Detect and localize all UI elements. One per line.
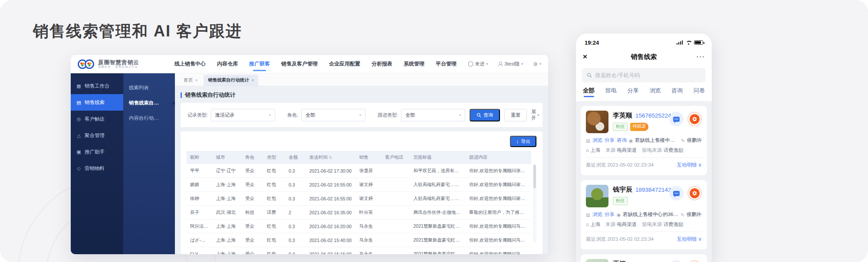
table-row[interactable]: 阿尔法女孩上海·上海受众红包0.32021-06-02 16:20:00马永生2… bbox=[187, 219, 531, 233]
lead-card-0[interactable]: 李英顺15676525224粉丝待跟进▤浏览分享咨询◉若缺线上售楼中心…✎侯鹏许… bbox=[581, 106, 707, 175]
lead-card-1[interactable]: 钱宇辰18938472143粉丝▤浏览分享◉若缺线上售楼中心的36…✎侯鹏许⌂ … bbox=[581, 180, 707, 249]
sidebar-item-4[interactable]: ▣推广助手 bbox=[71, 144, 123, 160]
nav-item-6[interactable]: 系统管理 bbox=[404, 55, 424, 73]
behavior-tag[interactable]: 浏览 bbox=[592, 137, 602, 144]
filter-select-2[interactable]: 全部▾ bbox=[401, 109, 465, 121]
settings-menu[interactable]: ⚙ ▾ bbox=[533, 62, 541, 67]
sort-icon[interactable]: ⇅ bbox=[329, 155, 332, 160]
sidebar-item-3[interactable]: △聚合管理 bbox=[71, 127, 123, 144]
mobile-tab-4[interactable]: 咨询 bbox=[671, 87, 683, 97]
table-row[interactable]: 辰子武汉·湖北粉丝话费22021-06-02 16:35:00叶分英腾讯合作伙伴… bbox=[187, 206, 531, 219]
column-header-5[interactable]: 发送时间 ⇅ bbox=[306, 151, 356, 164]
column-header-7[interactable]: 客户电话 bbox=[381, 151, 410, 164]
submenu-item-1[interactable]: 销售线索自… bbox=[124, 95, 175, 111]
mobile-tab-0[interactable]: 全部 bbox=[583, 87, 595, 97]
column-header-4[interactable]: 金额 bbox=[285, 151, 306, 164]
table-row[interactable]: 平平辽宁·辽宁受众红包0.32021-06-02 17:30:00张显苏和平双艺… bbox=[187, 164, 531, 178]
cell-r5-c3: 红包 bbox=[263, 233, 285, 247]
behavior-tag[interactable]: 分享 bbox=[605, 211, 615, 218]
nav-item-5[interactable]: 分析报表 bbox=[372, 55, 392, 73]
close-icon[interactable]: × bbox=[252, 78, 254, 82]
page-tab-1[interactable]: 销售线索自行动统计× bbox=[204, 75, 258, 86]
cell-r2-c7 bbox=[381, 192, 410, 206]
table-row[interactable]: 媚媚上海·上海受众红包0.32021-06-02 16:55:00谢文婷入驻高端… bbox=[187, 178, 531, 192]
behavior-tag[interactable]: 浏览 bbox=[592, 211, 602, 218]
query-button[interactable]: 查询 bbox=[470, 109, 500, 121]
workspace-switcher[interactable]: 未进 ▾ bbox=[468, 61, 488, 67]
nav-item-4[interactable]: 企业应用配置 bbox=[329, 55, 360, 73]
mobile-tab-5[interactable]: 问卷 bbox=[694, 87, 705, 97]
export-button[interactable]: ↓ 导出 bbox=[510, 136, 536, 147]
call-button[interactable] bbox=[687, 112, 702, 126]
nav-item-2[interactable]: 推广获客 bbox=[249, 55, 270, 73]
more-menu-icon[interactable]: ··· bbox=[687, 52, 705, 61]
search-bar[interactable] bbox=[582, 68, 706, 82]
cell-r0-c0: 平平 bbox=[187, 164, 213, 178]
table-row[interactable]: FLY上海·上海受众红包0.32021-06-02 15:15:00马永生202… bbox=[187, 247, 531, 255]
behavior-tag[interactable]: 分享 bbox=[605, 137, 615, 144]
page-tab-0[interactable]: 首页× bbox=[179, 75, 202, 86]
channel-value: 电商渠道 bbox=[617, 222, 637, 227]
filter-select-1[interactable]: 全部▾ bbox=[301, 109, 365, 121]
submenu-item-2[interactable]: 内容自行动… bbox=[124, 111, 175, 126]
nav-item-0[interactable]: 线上销售中心 bbox=[174, 55, 206, 73]
nav-item-3[interactable]: 销售及客户管理 bbox=[281, 55, 318, 73]
column-header-0[interactable]: 昵称 bbox=[187, 151, 213, 164]
expand-toggle[interactable]: 展开 ▾ bbox=[531, 108, 539, 121]
column-header-2[interactable]: 角色 bbox=[242, 151, 263, 164]
close-icon[interactable]: × bbox=[583, 52, 600, 61]
sidebar-item-2[interactable]: ◎客户触达 bbox=[71, 111, 123, 127]
table-row[interactable]: 徐静上海·上海受众红包0.32021-06-02 16:55:00谢文婷入驻高端… bbox=[187, 192, 531, 206]
table-row[interactable]: ばざ-船亮上海·上海受众红包0.32021-06-02 15:40:00马永生2… bbox=[187, 233, 531, 247]
cell-r0-c5: 2021-06-02 17:30:00 bbox=[306, 164, 356, 178]
card-actions bbox=[669, 259, 702, 262]
cell-r1-c6: 谢文婷 bbox=[356, 178, 382, 192]
chat-button[interactable] bbox=[669, 186, 684, 200]
cell-r1-c0: 媚媚 bbox=[187, 178, 213, 192]
sidebar-item-1[interactable]: ▤销售线索 bbox=[71, 94, 123, 111]
chat-button[interactable] bbox=[669, 260, 684, 262]
mobile-tab-1[interactable]: 留电 bbox=[605, 87, 617, 97]
behavior-tag[interactable]: 咨询 bbox=[617, 137, 627, 144]
search-input[interactable] bbox=[595, 72, 701, 79]
filter-tabs: 全部留电分享浏览咨询问卷 bbox=[576, 87, 712, 101]
mobile-tab-3[interactable]: 浏览 bbox=[649, 87, 661, 97]
brand-logo-block[interactable]: 原圈智慧营销云 原圈科技 · 智慧营销云平台 bbox=[78, 59, 171, 69]
card-actions bbox=[669, 111, 702, 133]
call-button[interactable] bbox=[687, 186, 702, 200]
cell-r5-c5: 2021-06-02 15:40:00 bbox=[306, 233, 356, 247]
status-bar: 19:24 bbox=[576, 33, 712, 48]
sidebar-item-0[interactable]: ▦销售工作台 bbox=[71, 78, 123, 94]
cell-r3-c7 bbox=[381, 206, 410, 219]
column-header-8[interactable]: 页面标题 bbox=[410, 151, 466, 164]
lead-phone[interactable]: 18938472143 bbox=[635, 187, 671, 193]
filter-group-1: 角色:全部▾ bbox=[287, 109, 365, 121]
call-button[interactable] bbox=[687, 260, 702, 262]
nav-item-1[interactable]: 内容仓库 bbox=[217, 55, 238, 73]
sidebar-item-5[interactable]: ◇营销物料 bbox=[71, 160, 123, 177]
table-wrapper: 昵称城市角色类型金额发送时间 ⇅销售客户电话页面标题跟进内容 平平辽宁·辽宁受众… bbox=[187, 151, 536, 254]
cell-r6-c5: 2021-06-02 15:15:00 bbox=[306, 247, 356, 255]
cell-r3-c0: 辰子 bbox=[187, 206, 213, 219]
nav-item-7[interactable]: 平台管理 bbox=[436, 55, 457, 73]
title-accent-bar bbox=[181, 92, 182, 98]
user-icon bbox=[498, 62, 503, 66]
reset-button[interactable]: 重置 bbox=[504, 109, 527, 121]
interaction-detail-link[interactable]: 互动明细∨ bbox=[677, 236, 702, 242]
column-header-1[interactable]: 城市 bbox=[213, 151, 242, 164]
column-header-3[interactable]: 类型 bbox=[263, 151, 285, 164]
chat-button[interactable] bbox=[669, 112, 684, 126]
cell-r0-c3: 红包 bbox=[263, 164, 285, 178]
column-header-9[interactable]: 跟进内容 bbox=[466, 151, 531, 164]
lead-card-2[interactable]: 王江15158825281粉丝▤浏览◉若缺线上售楼中心的46分享页✎侯鹏许⌂ 上… bbox=[581, 254, 707, 262]
lead-phone[interactable]: 15676525224 bbox=[635, 112, 671, 119]
mobile-tab-2[interactable]: 分享 bbox=[628, 87, 639, 97]
close-icon[interactable]: × bbox=[195, 78, 197, 82]
source-page-title: 若缺线上售楼中心… bbox=[635, 137, 679, 144]
column-header-6[interactable]: 销售 bbox=[356, 151, 382, 164]
filter-select-0[interactable]: 激活记录▾ bbox=[211, 109, 275, 121]
user-menu[interactable]: 3test随 ▾ bbox=[498, 61, 523, 67]
table-scrollbar[interactable] bbox=[533, 164, 536, 242]
submenu-item-0[interactable]: 线索列表 bbox=[124, 80, 175, 95]
interaction-detail-link[interactable]: 互动明细∨ bbox=[677, 162, 702, 168]
